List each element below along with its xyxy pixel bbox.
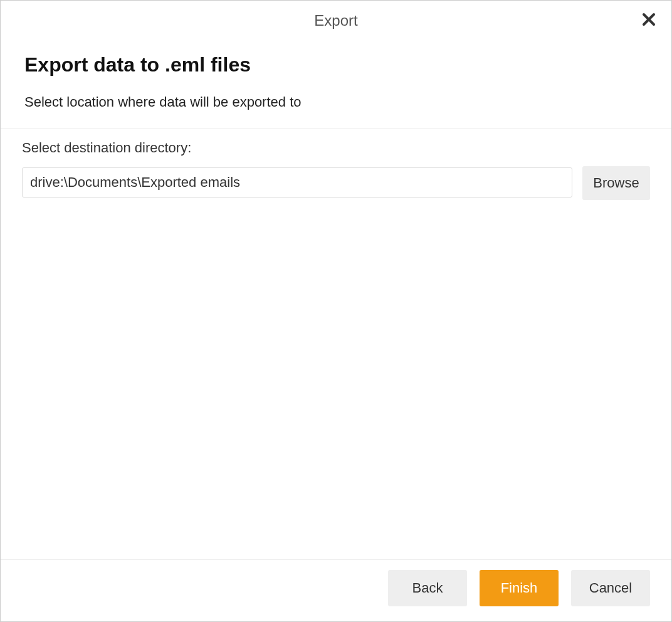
cancel-button[interactable]: Cancel — [571, 570, 650, 606]
header-section: Export data to .eml files Select locatio… — [1, 41, 671, 129]
content-area: Select destination directory: Browse — [1, 129, 671, 559]
close-icon — [641, 12, 656, 27]
destination-row: Browse — [22, 167, 650, 200]
page-heading: Export data to .eml files — [24, 53, 648, 76]
dialog-footer: Back Finish Cancel — [1, 559, 671, 621]
dialog-title: Export — [314, 12, 357, 29]
titlebar: Export — [1, 1, 671, 41]
page-subheading: Select location where data will be expor… — [24, 94, 648, 110]
destination-label: Select destination directory: — [22, 140, 650, 156]
close-button[interactable] — [639, 9, 659, 29]
back-button[interactable]: Back — [388, 570, 467, 606]
finish-button[interactable]: Finish — [480, 570, 559, 606]
browse-button[interactable]: Browse — [582, 166, 650, 200]
destination-input[interactable] — [22, 167, 572, 198]
export-dialog: Export Export data to .eml files Select … — [0, 0, 672, 622]
